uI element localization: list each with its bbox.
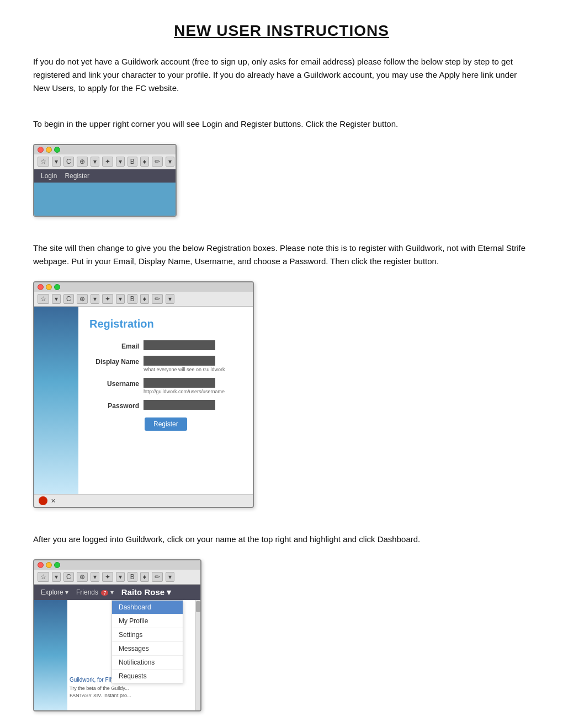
reg-btn6[interactable]: ▾ bbox=[116, 294, 125, 304]
back-btn[interactable]: ☆ bbox=[38, 157, 49, 167]
reg-max-icon bbox=[54, 284, 60, 290]
dash-btn9[interactable]: ✏ bbox=[152, 572, 163, 582]
btn7[interactable]: B bbox=[128, 157, 137, 167]
browser-toolbar: ☆ ▾ C ⊕ ▾ ✦ ▾ B ♦ ✏ ▾ bbox=[34, 154, 176, 169]
dash-btn8[interactable]: ♦ bbox=[140, 572, 149, 582]
registration-title: Registration bbox=[89, 318, 242, 330]
close-btn-icon bbox=[38, 147, 44, 153]
requests-menu-item[interactable]: Requests bbox=[112, 670, 183, 683]
login-link[interactable]: Login bbox=[41, 172, 57, 180]
dash-toolbar: ☆ ▾ C ⊕ ▾ ✦ ▾ B ♦ ✏ ▾ bbox=[34, 570, 200, 585]
friends-badge: 7 bbox=[101, 590, 108, 596]
scrollbar[interactable] bbox=[195, 600, 200, 710]
dashboard-menu-item[interactable]: Dashboard bbox=[112, 601, 183, 614]
username-input-display[interactable] bbox=[144, 378, 215, 388]
email-input-display[interactable] bbox=[144, 340, 215, 350]
dash-close-icon bbox=[38, 562, 44, 568]
dash-back[interactable]: ☆ bbox=[38, 572, 49, 582]
scrollbar-thumb[interactable] bbox=[196, 601, 200, 612]
guildwork-promo-text2: Try the beta of the Guildy... bbox=[67, 685, 195, 692]
notifications-menu-item[interactable]: Notifications bbox=[112, 656, 183, 670]
dash-fwd[interactable]: ▾ bbox=[52, 572, 61, 582]
messages-menu-item[interactable]: Messages bbox=[112, 642, 183, 656]
dash-nav: Explore ▾ Friends 7 ▾ Raito Rose ▾ bbox=[34, 585, 200, 600]
reg-home[interactable]: ⊕ bbox=[77, 294, 88, 304]
section2-text: The site will then change to give you th… bbox=[33, 242, 530, 268]
btn5[interactable]: ✦ bbox=[102, 157, 113, 167]
reg-close-icon bbox=[38, 284, 44, 290]
btn8[interactable]: ♦ bbox=[140, 157, 149, 167]
password-row: Password bbox=[89, 400, 242, 410]
password-input-display[interactable] bbox=[144, 400, 215, 410]
friends-label: Friends bbox=[76, 588, 98, 596]
dash-min-icon bbox=[46, 562, 52, 568]
section1-text: To begin in the upper right corner you w… bbox=[33, 117, 530, 131]
reg-toolbar: ☆ ▾ C ⊕ ▾ ✦ ▾ B ♦ ✏ ▾ bbox=[34, 292, 253, 307]
section3-text: After you are logged into Guildwork, cli… bbox=[33, 533, 530, 546]
dash-max-icon bbox=[54, 562, 60, 568]
reg-btn9[interactable]: ✏ bbox=[152, 294, 163, 304]
reg-browser-titlebar bbox=[34, 282, 253, 292]
register-btn-row: Register bbox=[89, 417, 242, 431]
screenshot-login-register: ☆ ▾ C ⊕ ▾ ✦ ▾ B ♦ ✏ ▾ Login Register bbox=[33, 144, 177, 217]
reg-fwd[interactable]: ▾ bbox=[52, 294, 61, 304]
refresh-btn[interactable]: C bbox=[63, 157, 74, 167]
reg-btn4[interactable]: ▾ bbox=[91, 294, 99, 304]
btn4[interactable]: ▾ bbox=[91, 157, 99, 167]
user-dropdown-menu: Dashboard My Profile Settings Messages N… bbox=[111, 600, 183, 683]
btn9[interactable]: ✏ bbox=[152, 157, 163, 167]
dash-titlebar bbox=[34, 560, 200, 570]
display-name-row: Display Name What everyone will see on G… bbox=[89, 356, 242, 372]
dash-btn7[interactable]: B bbox=[128, 572, 137, 582]
fwd-btn[interactable]: ▾ bbox=[52, 157, 61, 167]
settings-menu-item[interactable]: Settings bbox=[112, 628, 183, 642]
dash-btn6[interactable]: ▾ bbox=[116, 572, 125, 582]
username-row: Username http://guildwork.com/users/user… bbox=[89, 378, 242, 394]
dash-home[interactable]: ⊕ bbox=[77, 572, 88, 582]
btn6[interactable]: ▾ bbox=[116, 157, 125, 167]
dash-btn10[interactable]: ▾ bbox=[166, 572, 174, 582]
user-link[interactable]: Raito Rose ▾ bbox=[121, 587, 172, 597]
screenshot-dashboard: ☆ ▾ C ⊕ ▾ ✦ ▾ B ♦ ✏ ▾ Explore ▾ Friends … bbox=[33, 559, 201, 711]
browser-titlebar bbox=[34, 145, 176, 154]
dash-body: Dashboard My Profile Settings Messages N… bbox=[34, 600, 200, 710]
reg-min-icon bbox=[46, 284, 52, 290]
display-name-input-group: What everyone will see on Guildwork bbox=[144, 356, 225, 372]
reg-body: Registration Email Display Name What eve… bbox=[34, 307, 253, 494]
reg-btn7[interactable]: B bbox=[128, 294, 137, 304]
dash-btn4[interactable]: ▾ bbox=[91, 572, 99, 582]
email-row: Email bbox=[89, 340, 242, 350]
dash-btn5[interactable]: ✦ bbox=[102, 572, 113, 582]
username-hint: http://guildwork.com/users/username bbox=[144, 389, 225, 394]
browser-content-area bbox=[34, 183, 176, 216]
reg-main: Registration Email Display Name What eve… bbox=[78, 307, 253, 494]
friends-arrow: ▾ bbox=[110, 588, 114, 596]
email-input-group bbox=[144, 340, 215, 350]
screenshot-registration: ☆ ▾ C ⊕ ▾ ✦ ▾ B ♦ ✏ ▾ Registration Email bbox=[33, 281, 254, 508]
reg-back[interactable]: ☆ bbox=[38, 294, 49, 304]
reg-refresh[interactable]: C bbox=[63, 294, 74, 304]
password-label: Password bbox=[89, 400, 139, 410]
footer-close[interactable]: ✕ bbox=[51, 497, 56, 505]
reg-footer: ✕ bbox=[34, 494, 253, 507]
display-name-input-display[interactable] bbox=[144, 356, 215, 366]
browser-nav: Login Register bbox=[34, 169, 176, 183]
password-input-group bbox=[144, 400, 215, 410]
reg-btn10[interactable]: ▾ bbox=[166, 294, 174, 304]
footer-icon bbox=[39, 496, 47, 505]
friends-link[interactable]: Friends 7 ▾ bbox=[76, 588, 114, 596]
page-title: NEW USER INSTRUCTIONS bbox=[33, 22, 530, 40]
register-button[interactable]: Register bbox=[145, 417, 187, 431]
my-profile-menu-item[interactable]: My Profile bbox=[112, 614, 183, 628]
reg-btn8[interactable]: ♦ bbox=[140, 294, 149, 304]
reg-sidebar bbox=[34, 307, 78, 494]
explore-link[interactable]: Explore ▾ bbox=[41, 588, 68, 596]
btn10[interactable]: ▾ bbox=[166, 157, 174, 167]
reg-btn5[interactable]: ✦ bbox=[102, 294, 113, 304]
home-btn[interactable]: ⊕ bbox=[77, 157, 88, 167]
register-link[interactable]: Register bbox=[65, 172, 89, 180]
dash-refresh[interactable]: C bbox=[63, 572, 74, 582]
email-label: Email bbox=[89, 340, 139, 350]
dash-sidebar bbox=[34, 600, 67, 710]
username-input-group: http://guildwork.com/users/username bbox=[144, 378, 225, 394]
